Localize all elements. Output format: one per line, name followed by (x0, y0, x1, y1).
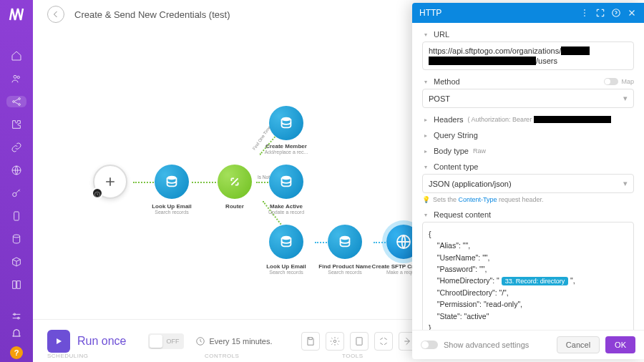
collapse-icon[interactable]: ▾ (422, 163, 429, 170)
trigger-node[interactable] (93, 165, 127, 199)
collapse-icon[interactable]: ▾ (422, 31, 429, 38)
node-find-product[interactable] (328, 225, 362, 259)
sliders-icon[interactable] (10, 310, 23, 322)
request-content-label: Request content (434, 210, 491, 219)
node-create-member[interactable] (269, 106, 303, 140)
section-scheduling: SCHEDULING (47, 353, 88, 359)
collapse-icon[interactable]: ▸ (422, 132, 429, 139)
globe-icon[interactable] (10, 165, 23, 176)
node-router[interactable] (218, 165, 252, 199)
auto-align-button[interactable] (374, 332, 393, 351)
content-type-label: Content type (434, 162, 478, 171)
content-type-hint: 💡Sets the Content-Type request header. (422, 196, 634, 203)
svg-point-8 (13, 235, 19, 238)
help-icon[interactable] (611, 8, 621, 18)
svg-point-1 (17, 76, 19, 78)
headers-label: Headers (434, 115, 464, 124)
panel-header: HTTP (412, 3, 644, 23)
mapped-pill[interactable]: 33. Record: directory (502, 277, 569, 285)
home-icon[interactable] (10, 50, 23, 62)
collapse-icon[interactable]: ▸ (422, 116, 429, 123)
box-icon[interactable] (10, 256, 23, 268)
bell-icon[interactable] (11, 328, 22, 339)
make-logo[interactable] (8, 6, 25, 23)
svg-rect-7 (14, 212, 19, 220)
section-tools: TOOLS (342, 353, 363, 359)
section-controls: CONTROLS (205, 353, 239, 359)
link-icon[interactable] (10, 142, 23, 153)
back-button[interactable] (47, 6, 64, 23)
node-label: Find Product NameSearch records (313, 263, 377, 275)
method-select[interactable]: POST▾ (422, 89, 634, 108)
schedule-display[interactable]: Every 15 minutes. (195, 336, 273, 346)
ok-button[interactable]: OK (605, 336, 635, 353)
svg-point-19 (333, 340, 336, 343)
run-once-button[interactable] (47, 330, 70, 353)
expand-icon[interactable] (595, 8, 605, 18)
svg-point-26 (584, 15, 585, 16)
svg-point-14 (282, 176, 291, 180)
svg-point-24 (584, 9, 585, 11)
collapse-icon[interactable]: ▸ (422, 147, 429, 155)
svg-rect-20 (356, 337, 361, 345)
node-lookup-email-2[interactable] (269, 225, 303, 259)
close-icon[interactable] (627, 8, 637, 18)
advanced-toggle[interactable] (421, 341, 438, 349)
svg-point-15 (282, 236, 291, 240)
node-label: Look Up EmailSearch records (140, 203, 204, 215)
run-once-label: Run once (77, 335, 127, 348)
settings-button[interactable] (326, 332, 344, 351)
key-icon[interactable] (10, 187, 23, 199)
body-type-label: Body type (434, 147, 469, 155)
panel-footer: Show advanced settings Cancel OK (412, 330, 644, 359)
svg-point-0 (14, 75, 16, 78)
collapse-icon[interactable]: ▾ (422, 211, 429, 218)
scenario-toggle[interactable]: OFF (148, 333, 184, 349)
notes-button[interactable] (350, 332, 369, 351)
svg-point-3 (19, 98, 21, 100)
svg-point-2 (13, 101, 15, 103)
help-badge[interactable]: ? (10, 346, 23, 359)
node-label: Make ActiveUpdate a record (254, 203, 318, 215)
request-content-input[interactable]: { "Alias": "", "UserName": "", "Password… (422, 222, 634, 330)
url-input[interactable]: https://api.sftptogo.com/organizations/ … (422, 41, 634, 70)
cancel-button[interactable]: Cancel (557, 336, 600, 353)
puzzle-icon[interactable] (10, 119, 23, 130)
app-sidebar: ? (0, 0, 33, 362)
advanced-label: Show advanced settings (444, 341, 551, 349)
page-title: Create & Send New Credentials (test) (74, 9, 230, 20)
svg-point-16 (341, 236, 350, 240)
node-label: Look Up EmailSearch records (254, 263, 318, 275)
share-icon[interactable] (6, 96, 26, 107)
node-label: Create MemberAdd/replace a rec... (254, 143, 318, 155)
users-icon[interactable] (10, 73, 23, 84)
save-button[interactable] (301, 332, 320, 351)
query-label: Query String (434, 131, 478, 140)
content-type-select[interactable]: JSON (application/json)▾ (422, 174, 634, 193)
database-icon[interactable] (10, 233, 23, 245)
node-make-active[interactable] (269, 165, 303, 199)
http-config-panel: HTTP ▾URL https://api.sftptogo.com/organ… (412, 3, 644, 359)
book-icon[interactable] (10, 279, 23, 290)
svg-point-13 (282, 117, 291, 122)
clock-icon (92, 187, 103, 199)
menu-icon[interactable] (580, 8, 590, 18)
svg-point-6 (13, 192, 16, 196)
method-label: Method (434, 77, 460, 86)
map-toggle[interactable]: Map (604, 78, 634, 85)
phone-icon[interactable] (10, 210, 23, 222)
svg-point-4 (19, 104, 21, 106)
url-label: URL (434, 30, 449, 39)
svg-point-25 (584, 12, 585, 14)
collapse-icon[interactable]: ▾ (422, 78, 429, 85)
panel-title: HTTP (419, 8, 574, 18)
svg-point-12 (167, 176, 177, 180)
node-lookup-email-1[interactable] (155, 165, 189, 199)
